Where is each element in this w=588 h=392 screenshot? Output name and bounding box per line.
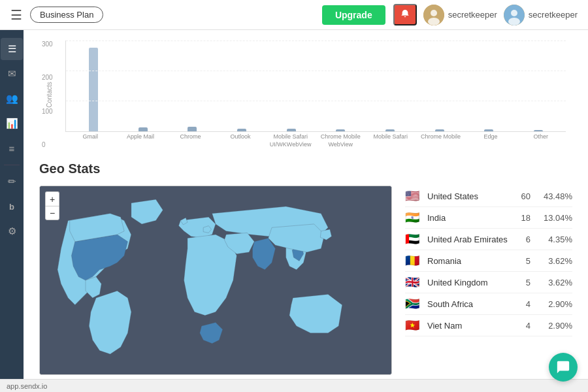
bar-group-outlook [217, 41, 267, 131]
svg-point-4 [511, 10, 517, 16]
bar-group-chrome [167, 41, 217, 131]
grid-line-2 [66, 101, 566, 101]
country-row-in: 🇮🇳 India 18 13.04% [405, 207, 572, 229]
svg-point-5 [508, 18, 520, 25]
bar-outlook [237, 129, 246, 131]
sidebar-icon-settings[interactable]: ⚙ [1, 220, 23, 242]
geo-layout: + − [39, 186, 572, 375]
country-name-vn: Viet Nam [427, 321, 511, 331]
country-count-gb: 5 [511, 278, 531, 287]
statusbar-url: app.sendx.io [7, 382, 47, 390]
x-label-outlook: Outlook [216, 133, 266, 148]
bar-gmail [89, 48, 98, 131]
map-container[interactable]: + − [39, 186, 392, 375]
flag-in: 🇮🇳 [405, 212, 421, 223]
bar-applemail [139, 127, 148, 131]
bar-chromemobile [435, 129, 444, 131]
flag-vn: 🇻🇳 [405, 320, 421, 331]
bar-chrome [188, 127, 197, 131]
user1[interactable]: secretkeeper [423, 5, 497, 25]
sidebar-icon-users[interactable]: 👥 [1, 88, 23, 110]
geo-title: Geo Stats [39, 161, 572, 176]
country-row-za: 🇿🇦 South Africa 4 2.90% [405, 293, 572, 315]
grid-line-1 [66, 71, 566, 71]
country-count-us: 60 [511, 191, 531, 201]
bar-mobilesafariui [287, 129, 296, 131]
country-row-vn: 🇻🇳 Viet Nam 4 2.90% [405, 315, 572, 336]
bell-icon [400, 9, 410, 18]
y-tick-100: 100 [42, 108, 53, 115]
country-pct-vn: 2.90% [540, 321, 572, 331]
zoom-in-button[interactable]: + [45, 191, 59, 206]
flag-gb: 🇬🇧 [405, 277, 421, 287]
x-label-chromemobilewv: Chrome MobileWebView [316, 133, 366, 148]
country-name-ae: United Arab Emirates [427, 235, 511, 244]
country-count-ae: 6 [511, 235, 531, 244]
country-pct-ae: 4.35% [540, 235, 572, 244]
bar-group-other [514, 41, 563, 131]
grid-line-top [66, 41, 566, 41]
bell-button[interactable] [393, 4, 417, 25]
country-pct-ro: 3.62% [540, 256, 572, 266]
y-tick-0: 0 [42, 141, 53, 148]
country-row-ae: 🇦🇪 United Arab Emirates 6 4.35% [405, 229, 572, 250]
bar-group-chromemobile-wv [316, 41, 366, 131]
country-count-vn: 4 [511, 321, 531, 331]
country-count-ro: 5 [511, 256, 531, 266]
user-avatar-img [423, 5, 444, 25]
bar-group-gmail [69, 41, 118, 131]
x-label-applemail: Apple Mail [116, 133, 166, 148]
user-avatar-img-2 [504, 5, 525, 25]
statusbar: app.sendx.io [0, 379, 588, 392]
svg-point-2 [428, 18, 440, 25]
upgrade-button[interactable]: Upgrade [322, 5, 385, 25]
sidebar-icon-menu[interactable]: ☰ [1, 38, 23, 60]
flag-za: 🇿🇦 [405, 299, 421, 309]
bar-edge [484, 129, 493, 131]
country-list: 🇺🇸 United States 60 43.48% 🇮🇳 India 18 1… [405, 186, 572, 336]
bar-other [534, 130, 543, 131]
geo-section: Geo Stats + − [39, 161, 572, 375]
chart-section: Contacts 300 200 100 0 [39, 41, 572, 148]
x-label-other: Other [515, 133, 566, 148]
zoom-out-button[interactable]: − [45, 206, 59, 220]
sidebar-icon-list[interactable]: ≡ [1, 137, 23, 159]
flag-us: 🇺🇸 [405, 191, 421, 201]
avatar-1 [423, 5, 444, 25]
svg-point-1 [431, 10, 437, 16]
bar-group-mobilesafari-ui [267, 41, 316, 131]
bar-group-chromemobile [415, 41, 465, 131]
sidebar-icon-b[interactable]: b [1, 195, 23, 218]
hamburger-icon[interactable]: ☰ [10, 7, 22, 23]
country-count-za: 4 [511, 299, 531, 309]
sidebar-icon-mail[interactable]: ✉ [1, 63, 23, 85]
country-pct-in: 13.04% [540, 213, 572, 223]
top-nav: ☰ Business Plan Upgrade secretkeeper sec… [0, 0, 588, 30]
plan-button[interactable]: Business Plan [30, 7, 103, 23]
x-label-edge: Edge [466, 133, 516, 148]
country-row-gb: 🇬🇧 United Kingdom 5 3.62% [405, 272, 572, 293]
sidebar: ☰ ✉ 👥 📊 ≡ ✏ b ⚙ [0, 30, 24, 392]
country-pct-gb: 3.62% [540, 278, 572, 287]
bar-chromemobilewv [336, 129, 345, 131]
country-row-ro: 🇷🇴 Romania 5 3.62% [405, 250, 572, 272]
country-name-gb: United Kingdom [427, 278, 511, 287]
country-pct-za: 2.90% [540, 299, 572, 309]
country-name-ro: Romania [427, 256, 511, 266]
country-row-us: 🇺🇸 United States 60 43.48% [405, 186, 572, 207]
chat-bubble[interactable] [549, 353, 578, 382]
user2[interactable]: secretkeeper [504, 5, 578, 25]
username-1: secretkeeper [448, 10, 497, 20]
x-label-mobilesafariui: Mobile SafariUI/WKWebView [265, 133, 316, 148]
chat-icon [556, 360, 570, 374]
country-pct-us: 43.48% [540, 191, 572, 201]
username-2: secretkeeper [529, 10, 578, 20]
bar-mobilesafari [385, 129, 395, 131]
y-tick-300: 300 [42, 41, 53, 48]
sidebar-icon-edit[interactable]: ✏ [1, 171, 23, 193]
main-content: Contacts 300 200 100 0 [24, 30, 588, 392]
world-map-svg [40, 186, 391, 374]
y-tick-200: 200 [42, 74, 53, 81]
country-count-in: 18 [511, 213, 531, 223]
sidebar-icon-chart[interactable]: 📊 [1, 112, 23, 135]
